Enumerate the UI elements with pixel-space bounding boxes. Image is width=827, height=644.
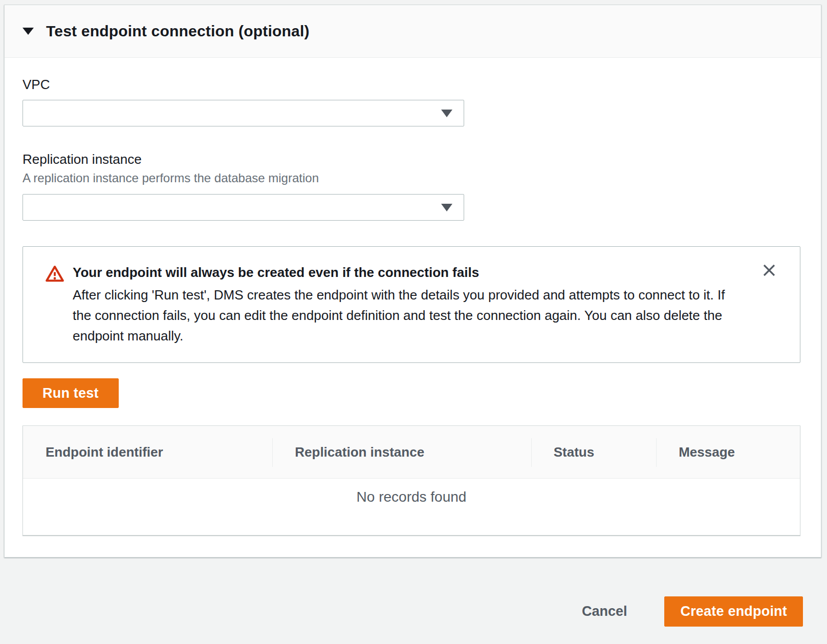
section-header[interactable]: Test endpoint connection (optional) [5,5,821,58]
section-title: Test endpoint connection (optional) [46,23,310,40]
replication-instance-field: Replication instance A replication insta… [23,151,800,221]
dropdown-arrow-icon [441,110,452,117]
table-header-row: Endpoint identifier Replication instance… [23,426,800,479]
alert-body: After clicking 'Run test', DMS creates t… [73,285,738,346]
column-header-replication-instance: Replication instance [272,426,531,478]
close-icon [761,263,777,278]
replication-instance-description: A replication instance performs the data… [23,170,800,186]
warning-alert: Your endpoint will always be created eve… [23,246,800,363]
dropdown-arrow-icon [441,204,452,211]
vpc-label: VPC [23,76,800,93]
cancel-button[interactable]: Cancel [582,604,627,619]
alert-text: Your endpoint will always be created eve… [73,263,738,346]
vpc-select[interactable] [23,100,464,126]
collapse-triangle-icon [23,28,34,35]
section-content: VPC Replication instance A replication i… [5,58,821,557]
warning-icon [45,264,64,286]
vpc-field: VPC [23,76,800,126]
replication-instance-select[interactable] [23,194,464,221]
empty-state-message: No records found [23,479,800,535]
run-test-button[interactable]: Run test [23,378,119,408]
alert-close-button[interactable] [759,260,779,281]
create-endpoint-button[interactable]: Create endpoint [664,596,803,627]
footer-actions: Cancel Create endpoint [0,596,827,627]
alert-title: Your endpoint will always be created eve… [73,263,738,282]
replication-instance-label: Replication instance [23,151,800,167]
column-header-message: Message [656,426,800,478]
column-header-endpoint-identifier: Endpoint identifier [23,426,272,478]
test-results-table: Endpoint identifier Replication instance… [23,425,800,535]
column-header-status: Status [531,426,656,478]
test-endpoint-connection-panel: Test endpoint connection (optional) VPC … [4,5,821,557]
